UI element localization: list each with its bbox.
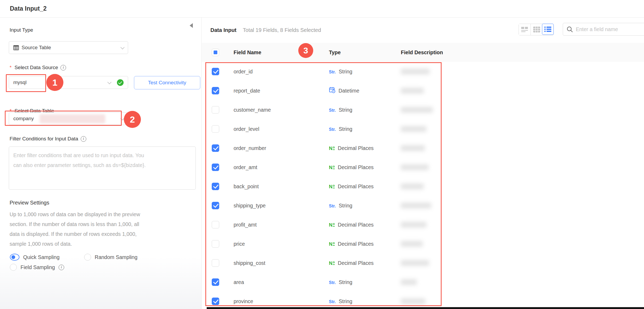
field-name: price	[234, 241, 329, 247]
info-icon[interactable]: i	[59, 265, 64, 270]
card-view-button[interactable]	[519, 24, 531, 35]
input-type-label: Input Type	[10, 27, 33, 33]
decimal-type-icon: No	[329, 261, 335, 266]
field-type-cell: No Decimal Places	[329, 164, 401, 170]
field-name: order_amt	[234, 164, 329, 170]
decimal-sup: o	[333, 241, 335, 246]
random-sampling-label: Random Sampling	[95, 254, 137, 260]
table-row[interactable]: price No Decimal Places	[202, 234, 644, 253]
settings-panel: Input Type Source Table * Select Data So…	[0, 18, 202, 309]
type-label: Decimal Places	[338, 183, 373, 190]
field-description-redacted	[401, 88, 424, 94]
decimal-sup: o	[333, 222, 335, 227]
table-row[interactable]: profit_amt No Decimal Places	[202, 215, 644, 234]
row-checkbox[interactable]	[212, 221, 219, 228]
data-source-label-row: * Select Data Source i	[10, 65, 66, 70]
field-name: shipping_type	[234, 203, 329, 209]
field-name: area	[234, 279, 329, 285]
data-source-value: mysql	[13, 80, 27, 85]
row-checkbox[interactable]	[212, 259, 219, 267]
redacted-table-name	[40, 114, 105, 123]
table-view-button[interactable]	[531, 24, 542, 35]
field-description-redacted	[401, 183, 424, 189]
input-type-select[interactable]: Source Table	[9, 41, 128, 54]
field-type-cell: Str. String	[329, 69, 401, 75]
random-sampling-radio[interactable]	[84, 254, 91, 261]
select-all-checkbox[interactable]	[212, 49, 219, 56]
data-input-title: Data Input	[210, 27, 237, 33]
annotation-badge-3: 3	[298, 43, 313, 58]
list-view-icon	[544, 26, 551, 32]
field-description-redacted	[401, 107, 433, 113]
type-label: Decimal Places	[338, 260, 373, 266]
row-checkbox[interactable]	[212, 278, 219, 286]
row-checkbox[interactable]	[212, 106, 219, 114]
data-table-value: company	[13, 116, 34, 122]
field-description-redacted	[401, 279, 417, 285]
column-field-description: Field Description	[401, 49, 443, 56]
type-label: Decimal Places	[338, 164, 373, 170]
table-row[interactable]: shipping_cost No Decimal Places	[202, 253, 644, 273]
view-toggle-group	[519, 24, 554, 35]
field-type-cell: No Decimal Places	[329, 145, 401, 151]
test-connectivity-button[interactable]: Test Connectivity	[134, 76, 200, 89]
table-row[interactable]: back_point No Decimal Places	[202, 177, 644, 196]
table-row[interactable]: shipping_type Str. String	[202, 196, 644, 215]
row-checkbox[interactable]	[212, 87, 219, 94]
table-row[interactable]: area Str. String	[202, 273, 644, 292]
field-search-input[interactable]	[576, 26, 640, 32]
field-name: report_date	[234, 88, 329, 94]
table-row[interactable]: order_id Str. String	[202, 62, 644, 81]
table-row[interactable]: customer_name Str. String	[202, 100, 644, 119]
field-sampling-radio[interactable]	[10, 264, 17, 271]
row-checkbox[interactable]	[212, 164, 219, 171]
collapse-panel-icon[interactable]	[190, 23, 193, 28]
decimal-sup: o	[333, 165, 335, 169]
bottom-divider	[207, 307, 644, 309]
row-checkbox[interactable]	[212, 298, 219, 305]
table-row[interactable]: report_date Datetime	[202, 81, 644, 100]
field-name: back_point	[234, 183, 329, 190]
fields-panel: Data Input Total 19 Fields, 8 Fields Sel…	[202, 18, 644, 309]
type-icon-slot	[329, 87, 336, 95]
decimal-type-icon: No	[329, 222, 335, 228]
string-type-icon: Str.	[329, 108, 336, 112]
row-checkbox[interactable]	[212, 125, 219, 133]
page-title: Data Input_2	[10, 5, 47, 12]
chevron-down-icon	[120, 45, 125, 49]
field-description-redacted	[401, 298, 425, 304]
row-checkbox[interactable]	[212, 144, 219, 152]
filter-conditions-input[interactable]	[9, 147, 196, 190]
field-name: order_id	[234, 69, 329, 75]
type-icon-slot: No	[329, 145, 335, 151]
data-source-select[interactable]: mysql	[9, 76, 128, 89]
row-checkbox[interactable]	[212, 183, 219, 190]
fields-list: order_id Str. String report_date Datetim…	[202, 62, 644, 309]
field-description-redacted	[401, 203, 431, 208]
type-icon-slot: No	[329, 183, 335, 190]
table-row[interactable]: province Str. String	[202, 292, 644, 309]
table-row[interactable]: order_amt No Decimal Places	[202, 158, 644, 177]
field-description-redacted	[401, 241, 423, 247]
screen: Data Input_2 Input Type Source Table * S…	[0, 0, 644, 309]
table-header: Field Name Type Field Description	[202, 43, 644, 62]
info-icon[interactable]: i	[60, 65, 66, 70]
preview-settings-heading: Preview Settings	[10, 200, 49, 206]
field-type-cell: Datetime	[329, 87, 401, 95]
annotation-badge-1: 1	[46, 74, 63, 91]
field-description-redacted	[401, 260, 429, 266]
row-checkbox[interactable]	[212, 240, 219, 248]
row-checkbox[interactable]	[212, 68, 219, 75]
preview-settings-description: Up to 1,000 rows of data can be displaye…	[10, 210, 193, 249]
table-row[interactable]: order_level Str. String	[202, 119, 644, 139]
table-row[interactable]: order_number No Decimal Places	[202, 139, 644, 158]
info-icon[interactable]: i	[81, 136, 86, 142]
data-table-select[interactable]: company	[9, 112, 128, 125]
type-label: Decimal Places	[338, 222, 373, 228]
row-checkbox[interactable]	[212, 202, 219, 209]
list-view-button[interactable]	[542, 24, 554, 35]
field-name: shipping_cost	[234, 260, 329, 266]
quick-sampling-radio[interactable]	[10, 254, 19, 261]
type-icon-slot: Str.	[329, 203, 336, 209]
data-source-label: Select Data Source	[14, 65, 58, 70]
